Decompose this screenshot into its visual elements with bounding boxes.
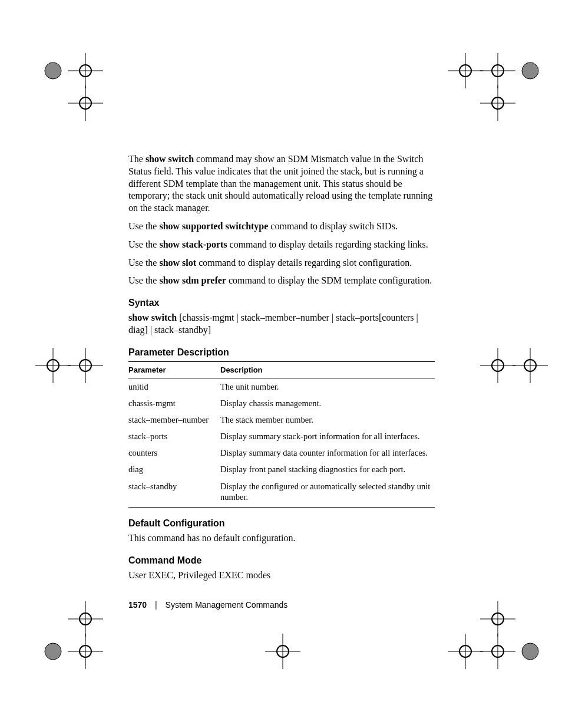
default-configuration-heading: Default Configuration — [128, 518, 435, 529]
registration-mark-icon — [68, 601, 103, 637]
registration-mark-icon — [265, 634, 300, 669]
registration-mark-icon — [35, 348, 71, 383]
col-parameter: Parameter — [128, 361, 220, 378]
param-desc: Display the configured or automatically … — [220, 478, 435, 508]
cmd-bold: show slot — [159, 258, 196, 268]
registration-mark-icon — [513, 348, 548, 383]
cmd-bold: show sdm prefer — [159, 275, 226, 285]
registration-mark-icon — [480, 601, 515, 637]
text: command to display the SDM template conf… — [226, 275, 432, 285]
text: Use the — [128, 258, 159, 268]
syntax-heading: Syntax — [128, 298, 435, 308]
text: command to display details regarding sta… — [227, 239, 428, 249]
registration-mark-icon — [513, 634, 548, 669]
page-number: 1570 — [128, 600, 147, 610]
intro-paragraph-2: Use the show supported switchtype comman… — [128, 220, 435, 233]
default-configuration-text: This command has no default configuratio… — [128, 532, 435, 545]
svg-point-13 — [522, 62, 538, 79]
registration-mark-icon — [448, 53, 483, 88]
table-row: chassis-mgmt Display chassis management. — [128, 395, 435, 411]
param-name: stack–standby — [128, 478, 220, 508]
registration-mark-icon — [480, 348, 515, 383]
param-name: stack–ports — [128, 428, 220, 444]
param-name: unitid — [128, 378, 220, 395]
section-name: System Management Commands — [166, 600, 288, 610]
table-row: counters Display summary data counter in… — [128, 444, 435, 461]
table-row: diag Display front panel stacking diagno… — [128, 461, 435, 477]
registration-mark-icon — [68, 85, 103, 121]
intro-paragraph-3: Use the show stack-ports command to disp… — [128, 239, 435, 251]
text: Use the — [128, 221, 159, 231]
table-row: stack–standby Display the configured or … — [128, 478, 435, 508]
param-name: stack–member–number — [128, 411, 220, 428]
page-footer: 1570 | System Management Commands — [128, 600, 287, 610]
page-content: The show switch command may show an SDM … — [128, 153, 435, 587]
parameter-description-heading: Parameter Description — [128, 347, 435, 358]
svg-point-45 — [522, 643, 538, 660]
text: command to display details regarding slo… — [196, 258, 412, 268]
text: Use the — [128, 239, 159, 249]
text: command to display switch SIDs. — [268, 221, 398, 231]
cmd-bold: show switch — [146, 154, 194, 164]
syntax-cmd: show switch — [128, 312, 177, 322]
registration-mark-icon — [68, 348, 103, 383]
intro-paragraph-4: Use the show slot command to display det… — [128, 257, 435, 269]
param-desc: The unit number. — [220, 378, 435, 395]
intro-paragraph-5: Use the show sdm prefer command to displ… — [128, 275, 435, 287]
param-desc: The stack member number. — [220, 411, 435, 428]
param-desc: Display summary stack-port information f… — [220, 428, 435, 444]
svg-point-29 — [45, 643, 61, 660]
registration-mark-icon — [448, 634, 483, 669]
registration-mark-icon — [513, 53, 548, 88]
table-row: unitid The unit number. — [128, 378, 435, 395]
registration-mark-icon — [68, 53, 103, 88]
footer-separator: | — [155, 600, 157, 610]
registration-mark-icon — [35, 634, 71, 669]
parameter-table: Parameter Description unitid The unit nu… — [128, 361, 435, 508]
table-header-row: Parameter Description — [128, 361, 435, 378]
registration-mark-icon — [480, 85, 515, 121]
param-desc: Display chassis management. — [220, 395, 435, 411]
registration-mark-icon — [68, 634, 103, 669]
param-name: diag — [128, 461, 220, 477]
text: The — [128, 154, 146, 164]
param-name: counters — [128, 444, 220, 461]
intro-paragraph-1: The show switch command may show an SDM … — [128, 153, 435, 215]
text: Use the — [128, 275, 159, 285]
col-description: Description — [220, 361, 435, 378]
param-desc: Display summary data counter information… — [220, 444, 435, 461]
registration-mark-icon — [480, 634, 515, 669]
cmd-bold: show supported switchtype — [159, 221, 268, 231]
registration-mark-icon — [480, 53, 515, 88]
param-name: chassis-mgmt — [128, 395, 220, 411]
param-desc: Display front panel stacking diagnostics… — [220, 461, 435, 477]
registration-mark-icon — [35, 53, 71, 88]
command-mode-text: User EXEC, Privileged EXEC modes — [128, 569, 435, 582]
svg-point-0 — [45, 62, 61, 79]
table-row: stack–ports Display summary stack-port i… — [128, 428, 435, 444]
command-mode-heading: Command Mode — [128, 555, 435, 566]
table-row: stack–member–number The stack member num… — [128, 411, 435, 428]
cmd-bold: show stack-ports — [159, 239, 227, 249]
syntax-line: show switch [chassis-mgmt | stack–member… — [128, 312, 435, 337]
